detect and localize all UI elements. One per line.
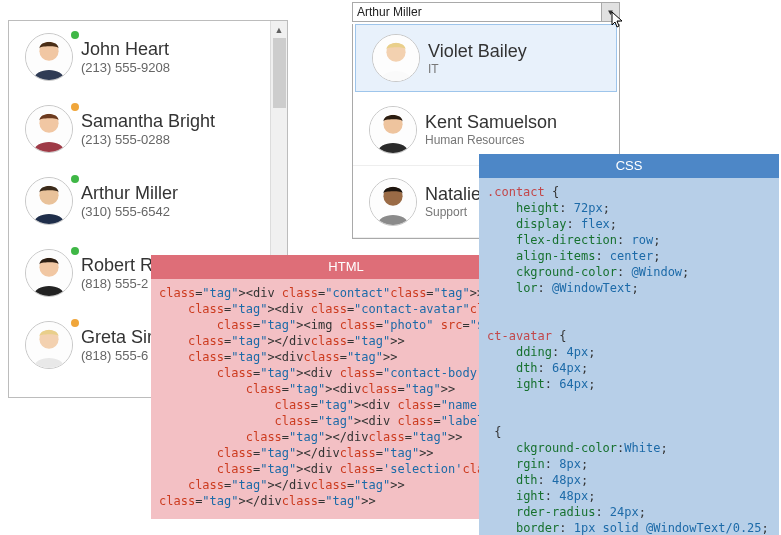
dropdown-item-body: Violet Bailey IT <box>428 41 527 76</box>
contact-phone: (818) 555-2 <box>81 276 153 291</box>
dropdown-item-dept: Support <box>425 205 481 219</box>
combobox-input[interactable] <box>353 3 601 21</box>
scroll-up-button[interactable]: ▲ <box>271 21 287 38</box>
contact-phone: (310) 555-6542 <box>81 204 178 219</box>
contact-name: John Heart <box>81 39 170 60</box>
list-item[interactable]: Arthur Miller (310) 555-6542 <box>9 165 270 237</box>
contact-name: Arthur Miller <box>81 183 178 204</box>
dropdown-item-dept: Human Resources <box>425 133 557 147</box>
dropdown-item-name: Kent Samuelson <box>425 112 557 133</box>
status-dot <box>71 175 79 183</box>
combobox-dropdown-button[interactable]: ▼ <box>601 3 619 21</box>
css-panel-title: CSS <box>479 154 779 178</box>
css-code-body: .contact { height: 72px; display: flex; … <box>479 178 779 535</box>
avatar <box>25 33 73 81</box>
avatar <box>369 178 417 226</box>
contact-body: Robert R (818) 555-2 <box>81 255 153 291</box>
dropdown-item-dept: IT <box>428 62 527 76</box>
contact-phone: (213) 555-0288 <box>81 132 215 147</box>
contact-body: Greta Sir (818) 555-6 <box>81 327 153 363</box>
contact-body: Samantha Bright (213) 555-0288 <box>81 111 215 147</box>
status-dot <box>71 103 79 111</box>
contact-body: Arthur Miller (310) 555-6542 <box>81 183 178 219</box>
contact-name: Robert R <box>81 255 153 276</box>
dropdown-item-body: Natalie Support <box>425 184 481 219</box>
scroll-thumb[interactable] <box>273 38 286 108</box>
css-code-panel: CSS .contact { height: 72px; display: fl… <box>479 154 779 535</box>
contact-name: Greta Sir <box>81 327 153 348</box>
dropdown-item-name: Natalie <box>425 184 481 205</box>
contact-name: Samantha Bright <box>81 111 215 132</box>
dropdown-item-body: Kent Samuelson Human Resources <box>425 112 557 147</box>
list-item[interactable]: John Heart (213) 555-9208 <box>9 21 270 93</box>
contact-phone: (818) 555-6 <box>81 348 153 363</box>
avatar <box>25 105 73 153</box>
status-dot <box>71 31 79 39</box>
avatar <box>25 177 73 225</box>
list-item[interactable]: Samantha Bright (213) 555-0288 <box>9 93 270 165</box>
avatar <box>25 249 73 297</box>
combobox-input-row: ▼ <box>352 2 620 22</box>
avatar <box>369 106 417 154</box>
contact-phone: (213) 555-9208 <box>81 60 170 75</box>
contact-body: John Heart (213) 555-9208 <box>81 39 170 75</box>
dropdown-item[interactable]: Violet Bailey IT <box>355 24 617 92</box>
status-dot <box>71 247 79 255</box>
status-dot <box>71 319 79 327</box>
avatar <box>25 321 73 369</box>
avatar <box>372 34 420 82</box>
dropdown-item-name: Violet Bailey <box>428 41 527 62</box>
